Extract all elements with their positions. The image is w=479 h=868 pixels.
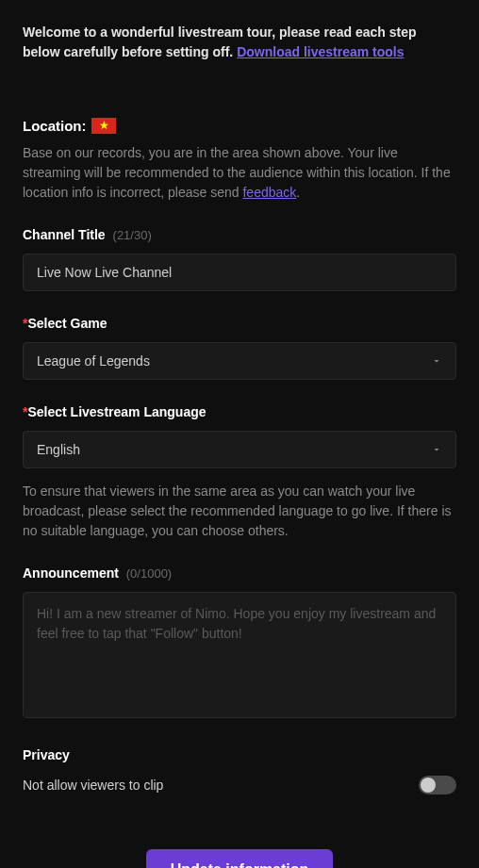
chevron-down-icon: [431, 444, 442, 455]
toggle-knob: [421, 778, 436, 793]
intro-text: Welcome to a wonderful livestream tour, …: [23, 23, 456, 62]
select-game-value: League of Legends: [37, 353, 150, 368]
select-game-group: *Select Game League of Legends: [23, 316, 456, 380]
announcement-counter: (0/1000): [126, 566, 172, 581]
feedback-link[interactable]: feedback: [242, 185, 296, 200]
announcement-group: Announcement (0/1000): [23, 565, 456, 721]
channel-title-counter: (21/30): [113, 228, 152, 242]
privacy-label: Privacy: [23, 747, 456, 762]
announcement-input[interactable]: [23, 592, 456, 718]
update-information-button[interactable]: Update information: [146, 849, 334, 868]
channel-title-input[interactable]: [23, 254, 456, 291]
location-description: Base on our records, you are in the area…: [23, 143, 456, 203]
location-desc-post: .: [296, 185, 300, 200]
location-section: Location: Base on our records, you are i…: [23, 117, 456, 203]
privacy-toggle-label: Not allow viewers to clip: [23, 778, 163, 793]
location-flag-icon: [91, 118, 116, 134]
select-language-description: To ensure that viewers in the same area …: [23, 482, 456, 541]
select-language-group: *Select Livestream Language English To e…: [23, 404, 456, 541]
privacy-toggle-row: Not allow viewers to clip: [23, 776, 456, 794]
select-language-label: *Select Livestream Language: [23, 404, 206, 419]
select-game-label: *Select Game: [23, 316, 107, 331]
location-desc-pre: Base on our records, you are in the area…: [23, 145, 451, 200]
channel-title-label: Channel Title: [23, 227, 106, 242]
channel-title-group: Channel Title (21/30): [23, 227, 456, 291]
select-language-value: English: [37, 442, 80, 457]
submit-wrap: Update information: [23, 849, 456, 868]
privacy-toggle[interactable]: [419, 776, 456, 794]
download-tools-link[interactable]: Download livestream tools: [237, 44, 404, 59]
location-label: Location:: [23, 118, 87, 134]
announcement-label: Announcement: [23, 565, 119, 581]
privacy-section: Privacy Not allow viewers to clip: [23, 747, 456, 794]
chevron-down-icon: [431, 355, 442, 367]
select-game-dropdown[interactable]: League of Legends: [23, 342, 456, 380]
select-language-dropdown[interactable]: English: [23, 431, 456, 468]
